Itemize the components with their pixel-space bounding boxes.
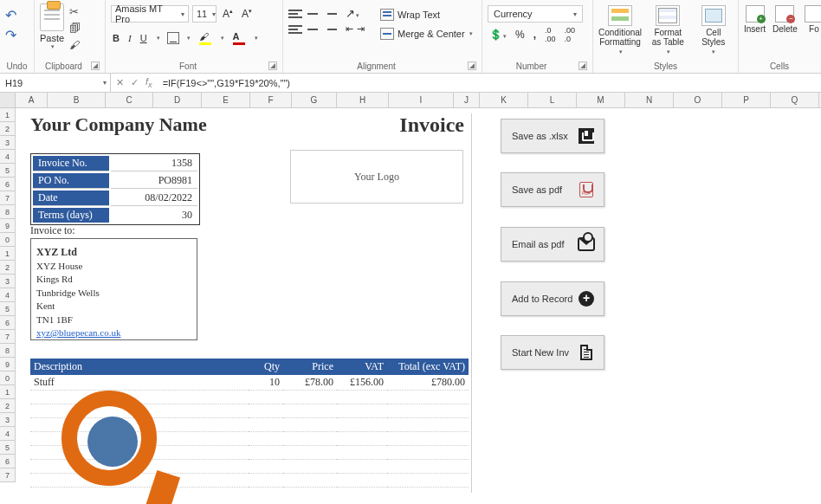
fill-color-button[interactable]: 🖌	[197, 31, 213, 45]
row-headers[interactable]: 123456789012345678901234567	[0, 108, 16, 482]
save-xlsx-button[interactable]: Save as .xlsx	[501, 119, 604, 153]
row-header[interactable]: 9	[0, 358, 15, 372]
enter-formula-button[interactable]: ✓	[131, 77, 139, 88]
column-header[interactable]: I	[389, 93, 454, 107]
worksheet[interactable]: 123456789012345678901234567 Your Company…	[0, 108, 821, 482]
number-expander[interactable]	[579, 61, 587, 70]
number-format-combo[interactable]: Currency▾	[488, 5, 583, 23]
paste-dropdown[interactable]: ▾	[51, 43, 55, 50]
italic-button[interactable]: I	[126, 33, 133, 43]
align-center-button[interactable]	[306, 23, 320, 36]
row-header[interactable]: 3	[0, 136, 15, 150]
date-value[interactable]: 08/02/2022	[111, 191, 197, 206]
billing-address[interactable]: XYZ Ltd XYZ House Kings Rd Tunbridge Wel…	[30, 238, 197, 340]
font-color-button[interactable]: A	[231, 31, 247, 45]
row-header[interactable]: 2	[0, 122, 15, 136]
accounting-format-button[interactable]: 💲▾	[488, 29, 508, 41]
comma-button[interactable]: ,	[532, 29, 538, 41]
save-pdf-button[interactable]: Save as pdf	[501, 172, 604, 207]
row-header[interactable]: 4	[0, 288, 15, 302]
row-header[interactable]: 7	[0, 191, 15, 205]
row-header[interactable]: 3	[0, 413, 15, 427]
line-qty[interactable]: 10	[249, 375, 283, 391]
alignment-expander[interactable]	[468, 61, 476, 70]
insert-function-button[interactable]: fx	[145, 76, 152, 89]
bold-button[interactable]: B	[111, 33, 121, 43]
decrease-indent-button[interactable]: ⇤	[346, 23, 353, 35]
percent-button[interactable]: %	[514, 29, 527, 41]
column-header[interactable]: E	[202, 93, 250, 107]
row-header[interactable]: 5	[0, 164, 15, 178]
row-header[interactable]: 1	[0, 385, 15, 399]
underline-button[interactable]: U	[139, 33, 149, 43]
wrap-text-button[interactable]: Wrap Text	[377, 7, 476, 23]
logo-placeholder[interactable]: Your Logo	[290, 150, 463, 204]
row-header[interactable]: 3	[0, 275, 15, 288]
line-desc[interactable]: Stuff	[30, 375, 249, 391]
paste-icon[interactable]	[40, 3, 64, 31]
column-header[interactable]: F	[250, 93, 292, 107]
increase-font-button[interactable]: A▴	[220, 8, 236, 20]
row-header[interactable]: 7	[0, 330, 15, 344]
column-header[interactable]: H	[337, 93, 389, 107]
column-header[interactable]: C	[106, 93, 153, 107]
column-header[interactable]: O	[674, 93, 722, 107]
row-header[interactable]: 0	[0, 233, 15, 247]
column-header[interactable]: N	[625, 93, 674, 107]
addr-email[interactable]: xyz@bluepecan.co.uk	[36, 327, 120, 338]
decrease-font-button[interactable]: A▾	[239, 8, 255, 20]
row-header[interactable]: 2	[0, 261, 15, 275]
conditional-formatting-button[interactable]: Conditional Formatting▾	[598, 5, 642, 55]
row-header[interactable]: 2	[0, 399, 15, 413]
row-header[interactable]: 6	[0, 455, 15, 468]
font-name-combo[interactable]: Amasis MT Pro▾	[111, 5, 189, 23]
name-box[interactable]: H19▾	[0, 74, 111, 92]
column-header[interactable]: Q	[771, 93, 819, 107]
row-header[interactable]: 6	[0, 316, 15, 330]
row-header[interactable]: 8	[0, 205, 15, 219]
clipboard-expander[interactable]	[91, 61, 100, 70]
format-as-table-button[interactable]: Format as Table▾	[649, 5, 687, 55]
email-pdf-button[interactable]: Email as pdf	[501, 227, 604, 262]
row-header[interactable]: 1	[0, 247, 15, 261]
row-header[interactable]: 6	[0, 178, 15, 191]
column-header[interactable]: B	[48, 93, 106, 107]
formula-input[interactable]: =IF(F19<>"",G19*F19*20%,"")	[158, 78, 821, 88]
align-top-button[interactable]	[288, 7, 302, 21]
row-header[interactable]: 1	[0, 108, 15, 122]
align-bottom-button[interactable]	[323, 7, 337, 21]
row-header[interactable]: 8	[0, 344, 15, 358]
delete-cells-button[interactable]: Delete	[773, 5, 798, 34]
row-header[interactable]: 7	[0, 468, 15, 482]
redo-button[interactable]: ↷	[5, 27, 16, 43]
column-header[interactable]: P	[722, 93, 771, 107]
orientation-button[interactable]: ↗▾	[346, 7, 365, 20]
cell-styles-button[interactable]: Cell Styles▾	[695, 5, 733, 55]
invoice-no-value[interactable]: 1358	[111, 156, 197, 171]
column-header[interactable]: M	[577, 93, 625, 107]
insert-cells-button[interactable]: Insert	[744, 5, 766, 34]
format-painter-button[interactable]	[69, 38, 81, 51]
line-vat[interactable]: £156.00	[337, 375, 387, 391]
column-header[interactable]: D	[153, 93, 202, 107]
column-header[interactable]: J	[454, 93, 480, 107]
row-header[interactable]: 9	[0, 219, 15, 233]
paste-button[interactable]: Paste	[40, 33, 64, 43]
column-header[interactable]: L	[528, 93, 577, 107]
column-headers[interactable]: ABCDEFGHIJKLMNOPQ	[0, 93, 821, 108]
column-header[interactable]: A	[16, 93, 48, 107]
increase-indent-button[interactable]: ⇥	[357, 23, 365, 35]
cut-button[interactable]	[69, 5, 81, 18]
align-right-button[interactable]	[323, 23, 337, 36]
select-all-corner[interactable]	[0, 93, 16, 107]
start-new-invoice-button[interactable]: Start New Inv	[501, 335, 604, 370]
row-header[interactable]: 4	[0, 427, 15, 441]
cancel-formula-button[interactable]: ✕	[116, 77, 124, 88]
increase-decimal-button[interactable]: .0.00	[543, 26, 558, 43]
column-header[interactable]: K	[480, 93, 528, 107]
row-header[interactable]: 5	[0, 302, 15, 316]
add-to-record-button[interactable]: Add to Record	[501, 281, 604, 316]
undo-button[interactable]: ↶	[5, 7, 16, 23]
line-total[interactable]: £780.00	[387, 375, 469, 391]
borders-button[interactable]	[167, 32, 179, 44]
